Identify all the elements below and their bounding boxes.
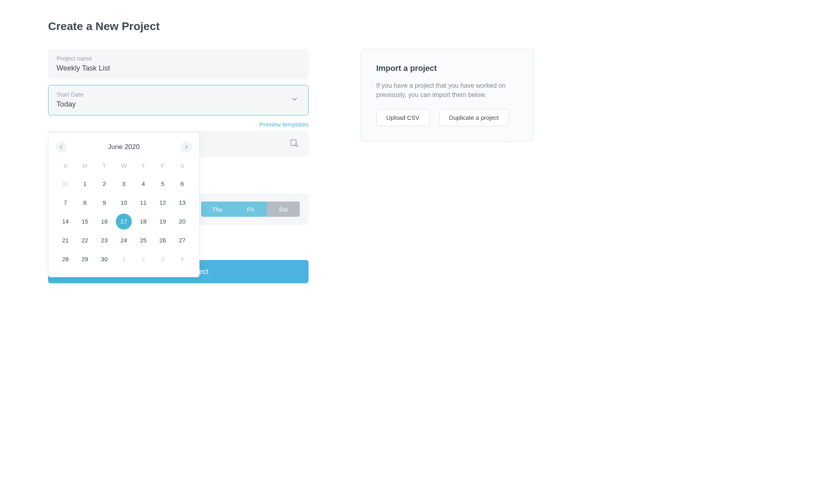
calendar-day[interactable]: 10 <box>114 196 134 209</box>
calendar-day[interactable]: 30 <box>95 252 114 266</box>
work-day-toggle[interactable]: Thu <box>201 202 234 217</box>
calendar-day[interactable]: 29 <box>75 252 95 266</box>
calendar-weekday-header: W <box>114 160 134 171</box>
calendar-day[interactable]: 11 <box>133 196 153 209</box>
calendar-weekday-header: F <box>153 160 173 171</box>
calendar-day[interactable]: 18 <box>133 215 153 228</box>
calendar-prev-month-button[interactable] <box>56 141 67 153</box>
calendar-day[interactable]: 14 <box>56 215 75 228</box>
calendar-day[interactable]: 28 <box>56 252 75 266</box>
calendar-day[interactable]: 6 <box>172 177 192 190</box>
start-date-label: Start Date <box>56 91 288 98</box>
page-title: Create a New Project <box>48 20 309 33</box>
calendar-day[interactable]: 3 <box>114 177 134 190</box>
calendar-month-label: June 2020 <box>108 143 139 151</box>
import-description: If you have a project that you have work… <box>376 81 518 99</box>
calendar-day[interactable]: 16 <box>95 215 114 228</box>
project-name-label: Project name <box>56 55 300 62</box>
calendar-day[interactable]: 21 <box>56 234 75 247</box>
calendar-day[interactable]: 13 <box>172 196 192 209</box>
work-day-toggle[interactable]: Sat <box>267 202 300 217</box>
calendar-day[interactable]: 1 <box>75 177 95 190</box>
svg-line-2 <box>297 146 298 147</box>
calendar-day[interactable]: 20 <box>172 215 192 228</box>
calendar-day[interactable]: 7 <box>56 196 75 209</box>
import-title: Import a project <box>376 64 518 73</box>
calendar-day[interactable]: 5 <box>153 177 173 190</box>
calendar-day[interactable]: 1 <box>114 252 134 266</box>
calendar-weekday-header: S <box>56 160 75 171</box>
calendar-day[interactable]: 4 <box>133 177 153 190</box>
search-in-page-icon <box>290 139 298 149</box>
start-date-value: Today <box>56 100 288 109</box>
calendar-day[interactable]: 15 <box>75 215 95 228</box>
calendar-next-month-button[interactable] <box>181 141 192 153</box>
calendar-day[interactable]: 4 <box>172 252 192 266</box>
calendar-day[interactable]: 17 <box>114 215 134 228</box>
duplicate-project-button[interactable]: Duplicate a project <box>439 109 509 126</box>
calendar-weekday-header: S <box>172 160 192 171</box>
calendar-day[interactable]: 26 <box>153 234 173 247</box>
calendar-day[interactable]: 27 <box>172 234 192 247</box>
calendar-day[interactable]: 2 <box>95 177 114 190</box>
calendar-day[interactable]: 31 <box>56 177 75 190</box>
work-day-toggle[interactable]: Fri <box>234 202 267 217</box>
calendar-day[interactable]: 3 <box>153 252 173 266</box>
calendar-day[interactable]: 25 <box>133 234 153 247</box>
preview-templates-link[interactable]: Preview templates <box>48 121 309 128</box>
calendar-day[interactable]: 19 <box>153 215 173 228</box>
calendar-day[interactable]: 9 <box>95 196 114 209</box>
calendar-weekday-header: T <box>95 160 114 171</box>
calendar-weekday-header: M <box>75 160 95 171</box>
calendar-day[interactable]: 23 <box>95 234 114 247</box>
chevron-down-icon <box>291 96 298 104</box>
calendar-day[interactable]: 24 <box>114 234 134 247</box>
calendar-weekday-header: T <box>133 160 153 171</box>
calendar-day[interactable]: 8 <box>75 196 95 209</box>
project-name-field[interactable]: Project name Weekly Task List <box>48 49 309 79</box>
calendar-day[interactable]: 22 <box>75 234 95 247</box>
calendar-day[interactable]: 2 <box>133 252 153 266</box>
calendar-popover: June 2020 SMTWTFS31123456789101112131415… <box>48 132 200 277</box>
upload-csv-button[interactable]: Upload CSV <box>376 109 430 126</box>
project-name-value: Weekly Task List <box>56 64 300 73</box>
import-project-card: Import a project If you have a project t… <box>361 49 534 142</box>
calendar-day[interactable]: 12 <box>153 196 173 209</box>
start-date-field[interactable]: Start Date Today <box>48 85 309 115</box>
